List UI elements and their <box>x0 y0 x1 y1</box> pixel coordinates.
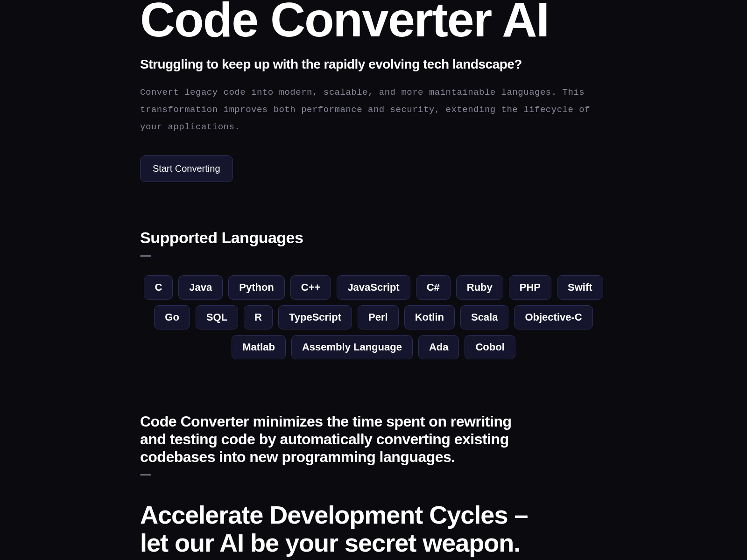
language-pill[interactable]: R <box>244 305 273 329</box>
benefits-headline-line: Accelerate Development Cycles – <box>140 501 528 529</box>
language-pill[interactable]: Java <box>178 275 223 300</box>
language-pill[interactable]: Python <box>228 275 285 300</box>
divider <box>140 474 151 476</box>
start-converting-button[interactable]: Start Converting <box>140 155 233 182</box>
language-pill[interactable]: C++ <box>290 275 331 300</box>
supported-languages-heading: Supported Languages <box>140 229 607 247</box>
hero-description: Convert legacy code into modern, scalabl… <box>140 84 607 136</box>
language-pill[interactable]: C <box>144 275 173 300</box>
language-pill[interactable]: Scala <box>460 305 509 329</box>
language-pill[interactable]: Objective-C <box>514 305 592 329</box>
language-pill[interactable]: Ruby <box>456 275 503 300</box>
language-pill[interactable]: Matlab <box>232 335 286 359</box>
benefits-headline-line: let our AI be your secret weapon. <box>140 529 520 557</box>
language-pill[interactable]: Assembly Language <box>291 335 413 359</box>
language-pill[interactable]: Cobol <box>465 335 515 359</box>
language-pill[interactable]: SQL <box>196 305 238 329</box>
language-pill[interactable]: PHP <box>509 275 551 300</box>
language-list: CJavaPythonC++JavaScriptC#RubyPHPSwiftGo… <box>140 275 607 359</box>
page-title: Code Converter AI <box>140 0 607 44</box>
language-pill[interactable]: Go <box>154 305 190 329</box>
divider <box>140 255 151 257</box>
hero-subtitle: Struggling to keep up with the rapidly e… <box>140 57 607 72</box>
language-pill[interactable]: Perl <box>358 305 399 329</box>
language-pill[interactable]: C# <box>416 275 451 300</box>
language-pill[interactable]: Ada <box>418 335 459 359</box>
language-pill[interactable]: Kotlin <box>404 305 455 329</box>
language-pill[interactable]: JavaScript <box>337 275 410 300</box>
language-pill[interactable]: TypeScript <box>278 305 352 329</box>
language-pill[interactable]: Swift <box>557 275 603 300</box>
benefits-intro: Code Converter minimizes the time spent … <box>140 413 518 466</box>
benefits-headline: Accelerate Development Cycles – let our … <box>140 501 607 557</box>
